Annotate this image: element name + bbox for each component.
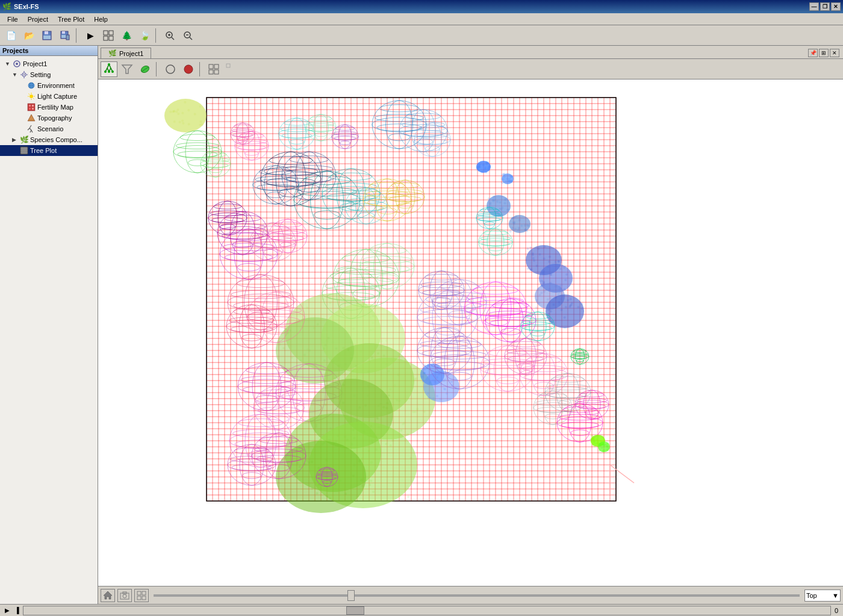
view-sphere-button[interactable] <box>223 61 240 77</box>
saveas-button[interactable] <box>57 28 73 43</box>
new-button[interactable]: 📄 <box>2 28 19 43</box>
view-select[interactable]: Top ▼ <box>804 590 841 602</box>
svg-point-21 <box>23 74 25 75</box>
svg-rect-81 <box>137 596 141 600</box>
expand-icon-setting: ▼ <box>12 72 18 78</box>
tree-item-scenario[interactable]: Scenario <box>0 123 98 134</box>
layout-button[interactable] <box>134 589 149 602</box>
setting-icon <box>19 70 29 79</box>
horizontal-scrollbar[interactable] <box>23 606 831 615</box>
view-circle-button[interactable] <box>162 61 179 77</box>
view-dot-button[interactable] <box>180 61 197 77</box>
svg-line-47 <box>31 130 33 132</box>
projects-header: Projects <box>0 46 98 56</box>
tab-layout-button[interactable]: ⊞ <box>819 49 829 57</box>
tree-label-topography: Topography <box>37 114 72 122</box>
svg-rect-8 <box>109 31 113 35</box>
frame-number: 0 <box>832 607 841 614</box>
tab-pin-button[interactable]: 📌 <box>808 49 818 57</box>
svg-rect-36 <box>28 104 35 111</box>
tree-item-lightcapture[interactable]: Light Capture <box>0 91 98 102</box>
leaf-button[interactable]: 🍃 <box>136 28 153 43</box>
menu-project[interactable]: Project <box>23 14 53 24</box>
svg-rect-40 <box>32 108 34 110</box>
scroll-thumb[interactable] <box>346 606 364 615</box>
svg-point-61 <box>108 63 110 66</box>
camera-button[interactable] <box>117 589 132 602</box>
tree-item-fertilitymap[interactable]: Fertility Map <box>0 102 98 113</box>
svg-point-29 <box>30 95 33 98</box>
viewport[interactable] <box>98 79 843 586</box>
svg-rect-39 <box>29 108 31 110</box>
topography-icon <box>26 113 36 123</box>
menu-help[interactable]: Help <box>89 14 113 24</box>
tab-project1[interactable]: 🌿 Project1 <box>101 48 151 58</box>
svg-rect-1 <box>45 31 48 34</box>
svg-point-77 <box>123 594 126 598</box>
view-grid-button[interactable] <box>205 61 222 77</box>
menu-treeplot[interactable]: Tree Plot <box>53 14 89 24</box>
open-button[interactable]: 📂 <box>20 28 37 43</box>
svg-rect-74 <box>226 64 230 67</box>
project-icon <box>12 59 22 69</box>
tree-item-speciescomp[interactable]: ▶ 🌿 Species Compo... <box>0 134 98 145</box>
timeline-thumb[interactable] <box>347 590 355 601</box>
status-step-button[interactable]: ▐ <box>12 606 22 615</box>
zoom-out-button[interactable] <box>179 28 196 43</box>
svg-rect-4 <box>62 31 65 34</box>
window-controls: — ❐ ✕ <box>809 2 841 11</box>
svg-marker-65 <box>122 65 132 73</box>
tree-view: ▼ Project1 ▼ Setting Enviro <box>0 56 98 604</box>
tree-label-environment: Environment <box>37 82 75 89</box>
view-tree-button[interactable] <box>101 61 117 77</box>
lightcapture-icon <box>26 92 36 101</box>
tree-item-treeplot[interactable]: Tree Plot <box>0 145 98 156</box>
home-button[interactable] <box>101 589 115 602</box>
svg-point-69 <box>184 65 193 73</box>
svg-line-34 <box>29 94 30 95</box>
minimize-button[interactable]: — <box>809 2 819 11</box>
tab-close-button[interactable]: ✕ <box>830 49 839 57</box>
view-separator-1 <box>156 62 160 76</box>
svg-line-43 <box>30 125 31 128</box>
svg-rect-38 <box>32 105 34 107</box>
tree-label-lightcapture: Light Capture <box>37 93 77 100</box>
save-button[interactable] <box>39 28 55 43</box>
tree-item-topography[interactable]: Topography <box>0 113 98 123</box>
svg-line-44 <box>28 128 30 130</box>
view-filter-button[interactable] <box>119 61 135 77</box>
view-separator-2 <box>199 62 203 76</box>
svg-rect-79 <box>137 591 141 595</box>
svg-line-16 <box>190 37 192 40</box>
status-play-button[interactable]: ▶ <box>2 606 12 615</box>
svg-rect-37 <box>29 105 31 107</box>
view-select-arrow: ▼ <box>832 592 839 599</box>
tree-item-project1[interactable]: ▼ Project1 <box>0 58 98 69</box>
tree3d-button[interactable]: 🌲 <box>118 28 135 43</box>
menu-bar: File Project Tree Plot Help <box>0 13 843 25</box>
tree-item-setting[interactable]: ▼ Setting <box>0 69 98 80</box>
menu-file[interactable]: File <box>2 14 23 24</box>
timeline-slider[interactable] <box>154 594 800 597</box>
svg-rect-10 <box>109 36 113 40</box>
tab-title: Project1 <box>119 50 143 57</box>
svg-point-63 <box>108 70 110 73</box>
close-button[interactable]: ✕ <box>831 2 841 11</box>
main-toolbar: 📄 📂 ▶ 🌲 🍃 <box>0 25 843 46</box>
restore-button[interactable]: ❐ <box>820 2 830 11</box>
svg-point-19 <box>16 63 18 65</box>
zoom-in-button[interactable] <box>161 28 178 43</box>
speciescomp-icon: 🌿 <box>19 135 29 145</box>
treeplot-icon <box>19 146 29 155</box>
svg-rect-70 <box>209 64 213 69</box>
toolbar-separator-2 <box>155 28 159 43</box>
view-leaf-button[interactable] <box>137 61 154 77</box>
svg-line-12 <box>172 37 174 40</box>
step-button[interactable] <box>100 28 117 43</box>
view-toolbar <box>98 59 843 79</box>
tree-item-environment[interactable]: Environment <box>0 80 98 91</box>
svg-rect-6 <box>66 35 69 40</box>
status-bar: ▶ ▐ 0 <box>0 604 843 616</box>
svg-rect-73 <box>214 70 219 74</box>
play-button[interactable]: ▶ <box>82 28 99 43</box>
